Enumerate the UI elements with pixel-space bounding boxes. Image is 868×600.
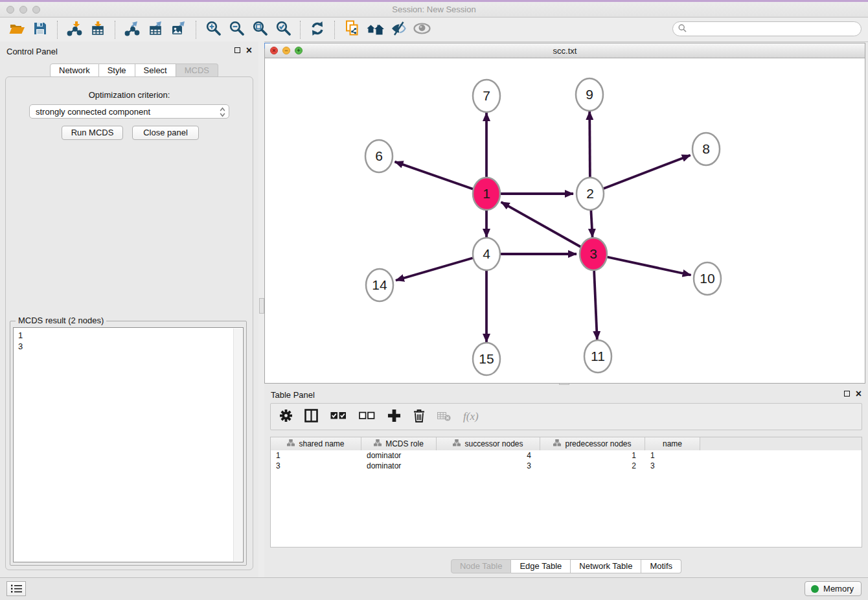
close-panel-button[interactable]: Close panel <box>132 126 199 140</box>
tab-network[interactable]: Network <box>50 63 99 78</box>
graph-edge-2-8[interactable] <box>590 155 691 194</box>
criterion-value: strongly connected component <box>36 107 150 117</box>
cell-shared-name[interactable]: 1 <box>271 450 361 461</box>
import-table-button[interactable] <box>86 19 109 40</box>
settings-button[interactable] <box>280 410 292 424</box>
float-table-panel-icon[interactable] <box>844 391 850 397</box>
hide-graphics-details-button[interactable] <box>387 19 410 40</box>
node-table: shared nameMCDS rolesuccessor nodesprede… <box>270 437 862 548</box>
result-scrollbar[interactable] <box>233 329 242 561</box>
graph-node-7[interactable]: 7 <box>473 80 500 112</box>
cell-predecessor-nodes[interactable]: 1 <box>540 450 645 461</box>
delete-table-button[interactable] <box>437 410 451 424</box>
graph-node-6[interactable]: 6 <box>365 140 393 172</box>
column-header-successor-nodes[interactable]: successor nodes <box>437 437 540 450</box>
run-mcds-button[interactable]: Run MCDS <box>62 126 123 140</box>
graph-node-15[interactable]: 15 <box>473 343 500 375</box>
graph-edge-3-1[interactable] <box>501 202 593 254</box>
vertical-splitter[interactable] <box>258 41 264 578</box>
toolbar-separator <box>196 21 196 39</box>
cell-name[interactable]: 3 <box>645 461 700 471</box>
graph-node-2[interactable]: 2 <box>577 178 604 210</box>
column-header-predecessor-nodes[interactable]: predecessor nodes <box>540 437 645 450</box>
graph-edge-3-10[interactable] <box>593 254 691 275</box>
column-header-name[interactable]: name <box>645 437 700 450</box>
zoom-out-button[interactable] <box>225 19 248 40</box>
delete-button[interactable] <box>413 409 425 425</box>
float-panel-icon[interactable] <box>234 47 240 53</box>
network-view-window: × − + scc.txt 1234678910111415 <box>264 43 865 384</box>
select-all-button[interactable] <box>330 410 347 424</box>
vertical-splitter-handle[interactable] <box>259 298 264 314</box>
cell-mcds-role[interactable]: dominator <box>361 461 437 471</box>
column-header-mcds-role[interactable]: MCDS role <box>361 437 437 450</box>
zoom-selected-icon <box>276 21 291 38</box>
save-session-button[interactable] <box>29 19 52 40</box>
zoom-fit-button[interactable] <box>248 19 271 40</box>
delete-table-icon <box>437 410 451 424</box>
tab-motifs[interactable]: Motifs <box>641 559 681 573</box>
task-history-button[interactable] <box>6 581 26 596</box>
cell-mcds-role[interactable]: dominator <box>361 450 437 461</box>
control-panel-tabs: NetworkStyleSelectMCDS <box>50 63 218 78</box>
table-row[interactable]: 3dominator323 <box>271 461 862 471</box>
import-network-button[interactable] <box>63 19 86 40</box>
open-session-button[interactable] <box>5 19 29 40</box>
graph-node-8[interactable]: 8 <box>692 133 720 165</box>
graph-node-10[interactable]: 10 <box>694 262 721 295</box>
graph-node-label: 8 <box>702 141 710 156</box>
tab-mcds[interactable]: MCDS <box>176 63 218 78</box>
search-icon <box>678 23 687 35</box>
refresh-button[interactable] <box>306 19 329 40</box>
cell-shared-name[interactable]: 3 <box>271 461 361 471</box>
graph-node-1[interactable]: 1 <box>473 178 500 210</box>
mcds-result-box[interactable]: 1 3 <box>13 327 244 562</box>
graph-node-4[interactable]: 4 <box>473 238 500 270</box>
mcds-result-title: MCDS result (2 nodes) <box>16 316 106 325</box>
function-builder-button[interactable]: f(x) <box>463 410 479 423</box>
cell-name[interactable]: 1 <box>645 450 700 461</box>
graph-node-label: 3 <box>589 246 597 261</box>
search-input[interactable] <box>691 23 856 34</box>
deselect-all-button[interactable] <box>359 410 375 424</box>
table-panel-title: Table Panel <box>271 390 315 400</box>
cell-successor-nodes[interactable]: 4 <box>437 450 540 461</box>
export-network-button[interactable] <box>120 19 144 40</box>
close-table-panel-icon[interactable]: × <box>856 390 862 397</box>
add-button[interactable] <box>387 409 401 425</box>
settings-icon <box>280 410 292 424</box>
cell-successor-nodes[interactable]: 3 <box>437 461 540 471</box>
import-network-icon <box>66 21 83 39</box>
column-header-label: MCDS role <box>385 439 424 448</box>
graph-node-3[interactable]: 3 <box>580 238 607 270</box>
duplicate-network-button[interactable] <box>340 19 363 40</box>
tab-style[interactable]: Style <box>99 63 135 78</box>
toolbar-separator <box>300 21 301 39</box>
network-overview-button[interactable] <box>410 19 433 40</box>
criterion-dropdown[interactable]: strongly connected component <box>29 104 229 119</box>
column-header-shared-name[interactable]: shared name <box>271 437 361 450</box>
zoom-in-button[interactable] <box>201 19 225 40</box>
tab-edge-table[interactable]: Edge Table <box>511 559 571 573</box>
cell-predecessor-nodes[interactable]: 2 <box>540 461 645 471</box>
export-image-button[interactable] <box>167 19 190 40</box>
network-window-titlebar[interactable]: × − + scc.txt <box>265 43 865 58</box>
table-panel-tabs: Node TableEdge TableNetwork TableMotifs <box>264 559 868 573</box>
mcds-result-group: MCDS result (2 nodes) 1 3 <box>10 321 247 566</box>
memory-button[interactable]: Memory <box>805 581 862 596</box>
table-header: shared nameMCDS rolesuccessor nodesprede… <box>271 437 862 451</box>
tab-node-table[interactable]: Node Table <box>451 559 512 573</box>
tab-network-table[interactable]: Network Table <box>571 559 641 573</box>
graph-node-14[interactable]: 14 <box>366 269 393 301</box>
search-box[interactable] <box>672 21 862 36</box>
network-canvas[interactable]: 1234678910111415 <box>265 58 865 383</box>
close-panel-icon[interactable]: × <box>246 47 252 54</box>
zoom-selected-button[interactable] <box>271 19 295 40</box>
table-row[interactable]: 1dominator411 <box>271 450 862 461</box>
home-button[interactable] <box>363 19 387 40</box>
graph-node-9[interactable]: 9 <box>576 78 603 111</box>
columns-button[interactable] <box>304 409 318 425</box>
export-table-button[interactable] <box>144 19 167 40</box>
graph-node-11[interactable]: 11 <box>584 340 611 373</box>
tab-select[interactable]: Select <box>135 63 176 78</box>
